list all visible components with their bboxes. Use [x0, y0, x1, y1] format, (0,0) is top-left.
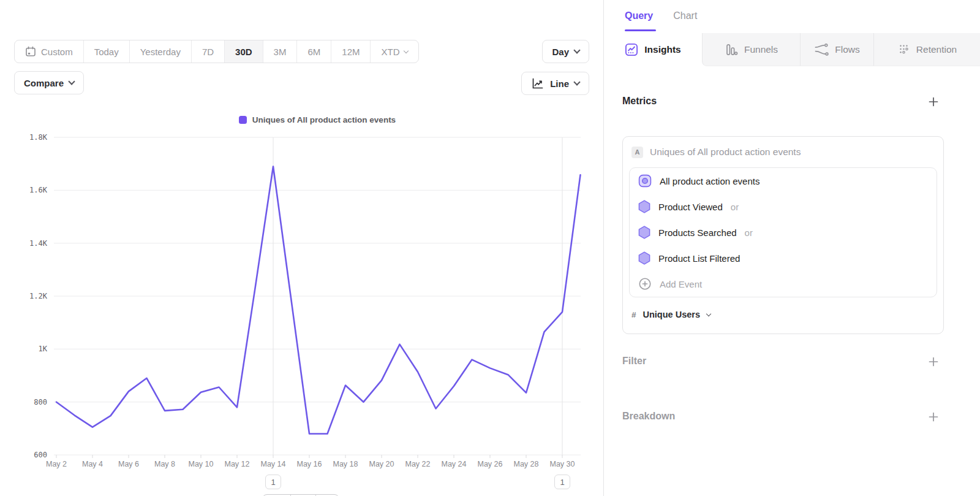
tab-retention[interactable]: Retention: [873, 33, 980, 66]
y-axis-tick-label: 1.6K: [29, 186, 48, 194]
hexagon-icon: [638, 226, 650, 239]
event-label: Product List Filtered: [658, 253, 740, 264]
annotation-marker[interactable]: 1: [554, 475, 570, 489]
insights-icon: [625, 43, 638, 56]
tab-chart[interactable]: Chart: [673, 10, 697, 21]
circle-plus-icon: [638, 277, 652, 291]
report-type-tabs: InsightsFunnelsFlowsRetention: [604, 33, 980, 66]
series-line[interactable]: [56, 167, 581, 434]
x-axis-tick-label: May 14: [261, 460, 286, 468]
metric-card: A Uniques of All product action events A…: [622, 136, 944, 334]
series-label: Uniques of All product action events: [650, 147, 801, 158]
tab-flows[interactable]: Flows: [800, 33, 873, 66]
chevron-down-icon: [706, 311, 711, 316]
add-breakdown-button[interactable]: [929, 412, 938, 422]
event-row-product-list-filtered[interactable]: Product List Filtered: [630, 245, 937, 271]
tab-label: Flows: [835, 44, 859, 55]
hexagon-icon: [638, 251, 650, 265]
aggregation-dropdown[interactable]: # Unique Users: [631, 305, 935, 324]
breakdown-section-title: Breakdown: [622, 411, 675, 422]
tab-label: Funnels: [744, 44, 778, 55]
hexagon-icon: [638, 200, 650, 213]
flows-icon: [814, 43, 829, 56]
event-row-products-searched[interactable]: Products Searchedor: [630, 219, 937, 245]
x-axis-tick-label: May 2: [46, 460, 67, 468]
event-label: All product action events: [660, 176, 760, 186]
number-icon: #: [631, 310, 636, 319]
x-axis-tick-label: May 12: [225, 460, 250, 468]
annotation-marker[interactable]: 1: [265, 475, 281, 489]
x-axis-tick-label: May 4: [82, 460, 103, 468]
event-row-all-product-action-events[interactable]: All product action events: [630, 168, 937, 194]
retention-icon: [898, 44, 910, 56]
y-axis-tick-label: 1.8K: [29, 133, 48, 142]
insights-report-page: CustomTodayYesterday7D30D3M6M12MXTD Day …: [0, 0, 980, 496]
x-axis-tick-label: May 10: [189, 460, 214, 468]
x-axis-tick-label: May 16: [297, 460, 322, 468]
insights-line-chart[interactable]: 6008001K1.2K1.4K1.6K1.8KMay 2May 4May 6M…: [0, 0, 603, 496]
tab-label: Retention: [916, 44, 957, 55]
query-builder-panel: Query Chart InsightsFunnelsFlowsRetentio…: [603, 0, 980, 496]
event-label: Product Viewed: [658, 202, 723, 212]
add-event-button[interactable]: Add Event: [630, 271, 937, 297]
y-axis-tick-label: 1.4K: [29, 239, 48, 248]
y-axis-tick-label: 1.2K: [29, 292, 48, 300]
x-axis-tick-label: May 26: [478, 460, 503, 468]
x-axis-tick-label: May 30: [550, 460, 575, 468]
tab-label: Insights: [644, 44, 680, 55]
event-label: Add Event: [660, 279, 702, 289]
active-tab-underline: [625, 29, 656, 31]
funnels-icon: [725, 43, 738, 56]
aggregation-label: Unique Users: [643, 310, 700, 319]
tab-insights[interactable]: Insights: [604, 33, 702, 66]
x-axis-tick-label: May 24: [442, 460, 467, 468]
y-axis-tick-label: 1K: [39, 345, 48, 353]
chart-panel: CustomTodayYesterday7D30D3M6M12MXTD Day …: [0, 0, 603, 496]
y-axis-tick-label: 800: [34, 398, 47, 406]
panel-mode-tabs: Query Chart: [604, 0, 697, 32]
or-operator-label: or: [731, 202, 739, 212]
x-axis-tick-label: May 6: [118, 460, 139, 468]
or-operator-label: or: [745, 227, 753, 238]
metric-card-header[interactable]: A Uniques of All product action events: [623, 137, 943, 167]
add-metric-button[interactable]: [929, 97, 938, 107]
filter-section-title: Filter: [622, 356, 646, 367]
series-letter-badge: A: [631, 147, 643, 158]
metrics-section-title: Metrics: [622, 96, 657, 107]
add-filter-button[interactable]: [929, 357, 938, 367]
y-axis-tick-label: 600: [34, 451, 47, 459]
tab-funnels[interactable]: Funnels: [702, 33, 800, 66]
event-group-icon: [638, 174, 652, 188]
event-label: Products Searched: [658, 227, 737, 238]
event-list: All product action eventsProduct Viewedo…: [629, 167, 937, 297]
x-axis-tick-label: May 28: [514, 460, 539, 468]
tab-query[interactable]: Query: [625, 10, 653, 21]
x-axis-tick-label: May 8: [154, 460, 175, 468]
x-axis-tick-label: May 22: [405, 460, 431, 468]
x-axis-tick-label: May 20: [369, 460, 394, 468]
x-axis-tick-label: May 18: [333, 460, 358, 468]
event-row-product-viewed[interactable]: Product Viewedor: [630, 194, 937, 219]
